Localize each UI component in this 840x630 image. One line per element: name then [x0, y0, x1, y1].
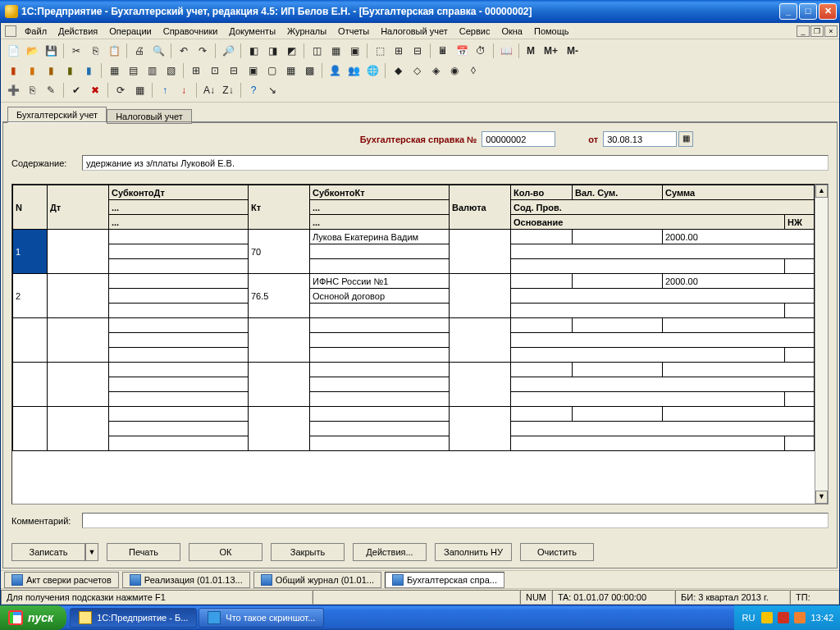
menu-file[interactable]: Файл	[19, 25, 52, 38]
window-tab[interactable]: Бухгалтерская спра...	[385, 572, 504, 588]
grid-icon-3[interactable]: ▥	[143, 62, 161, 80]
grid-icon-4[interactable]: ▧	[162, 62, 180, 80]
col-valsum[interactable]: Вал. Сум.	[573, 185, 663, 200]
fill-tax-button[interactable]: Заполнить НУ	[435, 543, 512, 561]
menu-reports[interactable]: Отчеты	[332, 25, 375, 38]
grid-icon-1[interactable]: ▦	[105, 62, 123, 80]
memory-mminus-button[interactable]: М-	[563, 42, 582, 60]
actions-button[interactable]: Действия...	[353, 543, 427, 561]
cell-kt[interactable]: 76.5	[249, 274, 310, 318]
menu-help[interactable]: Помощь	[528, 25, 575, 38]
cell-n[interactable]: 2	[13, 274, 48, 318]
cell-subdt2[interactable]	[109, 244, 249, 259]
report-icon-3[interactable]: ⊟	[225, 62, 243, 80]
mdi-restore-button[interactable]: ❐	[810, 25, 824, 37]
cell-currency[interactable]	[450, 274, 511, 318]
cell-dt[interactable]	[48, 274, 109, 318]
save-icon[interactable]: 💾	[42, 42, 60, 60]
misc-icon-3[interactable]: ◈	[427, 62, 445, 80]
misc-icon-5[interactable]: ◊	[464, 62, 482, 80]
scroll-down-icon[interactable]: ▼	[815, 491, 828, 504]
cell-subdt1[interactable]	[109, 274, 249, 289]
vertical-scrollbar[interactable]: ▲ ▼	[815, 185, 828, 504]
tool-icon-h[interactable]: ⊞	[390, 42, 408, 60]
grid-icon-2[interactable]: ▤	[124, 62, 142, 80]
calendar-icon[interactable]: 📅	[453, 42, 471, 60]
close-doc-button[interactable]: Закрыть	[271, 543, 345, 561]
calendar-picker-button[interactable]: ▦	[678, 131, 693, 147]
tool-icon-f[interactable]: ▣	[345, 42, 363, 60]
clear-button[interactable]: Очистить	[520, 543, 594, 561]
line-del-icon[interactable]: ✖	[86, 81, 104, 99]
cell-osnovanie[interactable]	[511, 304, 785, 318]
tip-icon[interactable]: ↘	[263, 81, 281, 99]
col-dt[interactable]: Дт	[48, 185, 109, 230]
col-subkt2[interactable]: ...	[310, 200, 450, 215]
cell-subdt2[interactable]	[109, 289, 249, 304]
doc-number-input[interactable]	[482, 131, 555, 147]
cell-sodprov[interactable]	[511, 289, 815, 304]
cell-subdt3[interactable]	[109, 304, 249, 318]
ref-icon-2[interactable]: ▮	[23, 62, 41, 80]
users-icon[interactable]: 👥	[345, 62, 363, 80]
menu-refs[interactable]: Справочники	[158, 25, 224, 38]
menu-tax[interactable]: Налоговый учет	[375, 25, 454, 38]
cell-nzh[interactable]	[784, 259, 814, 274]
doc-date-input[interactable]	[603, 131, 677, 147]
cell-subkt1[interactable]: Лукова Екатерина Вадим	[310, 230, 450, 244]
menu-journals[interactable]: Журналы	[281, 25, 332, 38]
col-subdt[interactable]: СубконтоДт	[109, 185, 249, 200]
window-tab[interactable]: Акт сверки расчетов	[4, 572, 119, 588]
memory-mplus-button[interactable]: М+	[540, 42, 562, 60]
tray-shield-icon[interactable]	[761, 612, 773, 623]
line-edit-icon[interactable]: ✎	[42, 81, 60, 99]
ref-icon-4[interactable]: ▮	[61, 62, 79, 80]
grid[interactable]: N Дт СубконтоДт Кт СубконтоКт Валюта Кол…	[11, 184, 829, 504]
misc-icon-1[interactable]: ◆	[389, 62, 407, 80]
menu-windows[interactable]: Окна	[495, 25, 528, 38]
tool-icon-i[interactable]: ⊟	[409, 42, 427, 60]
line-copy-icon[interactable]: ⎘	[23, 81, 41, 99]
tool-icon-g[interactable]: ⬚	[371, 42, 389, 60]
cell-subkt3[interactable]	[310, 259, 450, 274]
col-kt[interactable]: Кт	[249, 185, 310, 230]
col-sodprov[interactable]: Сод. Пров.	[511, 200, 815, 215]
cell-osnovanie[interactable]	[511, 259, 785, 274]
tab-tax[interactable]: Налоговый учет	[107, 109, 192, 124]
content-input[interactable]	[82, 155, 829, 171]
paste-icon[interactable]: 📋	[105, 42, 123, 60]
cell-qty[interactable]	[511, 274, 573, 289]
cell-kt[interactable]: 70	[249, 230, 310, 274]
cut-icon[interactable]: ✂	[67, 42, 85, 60]
cell-subkt2[interactable]	[310, 244, 450, 259]
line-grid-icon[interactable]: ▦	[130, 81, 148, 99]
mdi-minimize-button[interactable]: _	[797, 25, 810, 37]
cell-nzh[interactable]	[784, 304, 814, 318]
report-icon-1[interactable]: ⊞	[187, 62, 205, 80]
mdi-system-icon[interactable]	[5, 25, 16, 37]
comment-input[interactable]	[82, 513, 829, 528]
cell-sum[interactable]: 2000.00	[663, 274, 815, 289]
help-icon[interactable]: ?	[244, 81, 262, 99]
write-dropdown-icon[interactable]: ▼	[85, 543, 98, 561]
menu-actions[interactable]: Действия	[52, 25, 103, 38]
taskbar-task[interactable]: 1С:Предприятие - Б...	[70, 608, 197, 628]
misc-icon-2[interactable]: ◇	[408, 62, 426, 80]
cell-currency[interactable]	[450, 230, 511, 274]
col-sum[interactable]: Сумма	[663, 185, 815, 200]
taskbar-task[interactable]: Что такое скриншот...	[199, 608, 324, 628]
window-tab[interactable]: Общий журнал (01.01...	[253, 572, 381, 588]
ref-icon-1[interactable]: ▮	[4, 62, 22, 80]
menu-service[interactable]: Сервис	[454, 25, 496, 38]
report-icon-5[interactable]: ▢	[262, 62, 281, 80]
tool-icon-d[interactable]: ◫	[308, 42, 326, 60]
find-icon[interactable]: 🔎	[219, 42, 237, 60]
report-icon-7[interactable]: ▩	[300, 62, 318, 80]
report-icon-4[interactable]: ▣	[244, 62, 262, 80]
open-icon[interactable]: 📂	[23, 42, 41, 60]
cell-subkt3[interactable]	[310, 304, 450, 318]
new-icon[interactable]: 📄	[4, 42, 22, 60]
preview-icon[interactable]: 🔍	[149, 42, 167, 60]
cell-subdt1[interactable]	[109, 230, 249, 244]
tray-security-icon[interactable]	[794, 612, 806, 623]
